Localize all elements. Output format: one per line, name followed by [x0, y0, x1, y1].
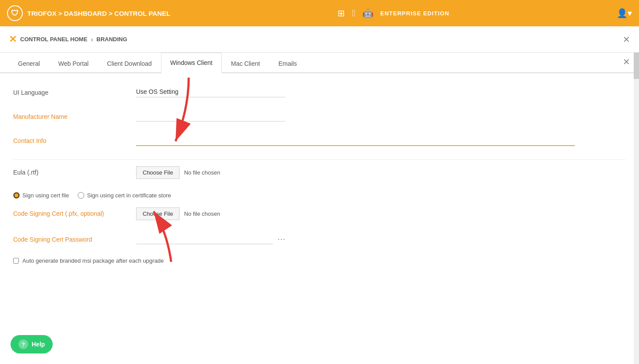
radio-cert-file-text: Sign using cert file [22, 192, 69, 199]
eula-file-row: Choose File No file chosen [136, 166, 285, 179]
eula-no-file-text: No file chosen [184, 169, 220, 176]
help-label: Help [32, 341, 45, 348]
password-row: ⋯ [136, 233, 285, 244]
contact-info-row: Contact Info [13, 135, 626, 146]
ui-language-row: UI Language [13, 86, 626, 97]
radio-cert-file[interactable] [13, 192, 20, 199]
android-icon: 🤖 [363, 8, 373, 18]
settings-icon: ✕ [9, 34, 17, 45]
code-signing-control: Choose File No file chosen [136, 207, 285, 220]
help-button[interactable]: ? Help [11, 335, 53, 353]
eula-choose-file-button[interactable]: Choose File [136, 166, 179, 179]
header-breadcrumb: TRIOFOX > DASHBOARD > CONTROL PANEL [27, 10, 170, 17]
edition-label: ENTERPRISE EDITION [381, 10, 449, 17]
tab-web-portal[interactable]: Web Portal [49, 54, 98, 73]
breadcrumb-separator: › [91, 36, 93, 43]
triofox-logo: 🛡 [7, 5, 23, 21]
radio-cert-store[interactable] [78, 192, 84, 199]
main-content: General Web Portal Client Download Windo… [0, 53, 639, 364]
tab-mac-client[interactable]: Mac Client [222, 54, 269, 73]
auto-generate-label: Auto generate branded msi package after … [22, 257, 164, 264]
contact-info-label: Contact Info [13, 135, 127, 144]
manufacturer-name-row: Manufacturer Name [13, 111, 626, 121]
windows-icon: ⊞ [337, 8, 345, 18]
code-signing-password-row: Code Signing Cert Password ⋯ [13, 233, 626, 244]
separator-1 [13, 159, 626, 160]
radio-cert-store-text: Sign using cert in certificate store [87, 192, 171, 199]
tab-emails[interactable]: Emails [269, 54, 306, 73]
scroll-indicator [634, 53, 639, 364]
code-signing-password-input[interactable] [136, 233, 273, 244]
tab-general[interactable]: General [9, 54, 49, 73]
scroll-thumb[interactable] [634, 53, 639, 79]
breadcrumb-current[interactable]: BRANDING [97, 36, 127, 43]
header-center: ⊞  🤖 ENTERPRISE EDITION [337, 8, 449, 18]
code-signing-choose-file-button[interactable]: Choose File [136, 207, 179, 220]
ui-language-label: UI Language [13, 86, 127, 96]
user-menu[interactable]: 👤▾ [617, 8, 632, 18]
manufacturer-name-control [136, 111, 285, 121]
radio-cert-file-label[interactable]: Sign using cert file [13, 192, 69, 199]
code-signing-password-control: ⋯ [136, 233, 285, 244]
auto-generate-checkbox[interactable] [13, 258, 19, 264]
manufacturer-name-input[interactable] [136, 111, 285, 121]
tab-windows-client[interactable]: Windows Client [161, 53, 222, 73]
manufacturer-name-label: Manufacturer Name [13, 111, 127, 120]
breadcrumb-home[interactable]: CONTROL PANEL HOME [20, 36, 87, 43]
eula-row: Eula (.rtf) Choose File No file chosen [13, 166, 626, 179]
tab-client-download[interactable]: Client Download [98, 54, 161, 73]
code-signing-no-file-text: No file chosen [184, 211, 220, 217]
help-icon: ? [18, 339, 28, 349]
header: 🛡 TRIOFOX > DASHBOARD > CONTROL PANEL ⊞ … [0, 0, 639, 26]
content-area: UI Language Manufacturer Name Contact In… [0, 73, 639, 358]
radio-cert-store-label[interactable]: Sign using cert in certificate store [78, 192, 171, 199]
tabs-container: General Web Portal Client Download Windo… [0, 53, 639, 73]
code-signing-password-label: Code Signing Cert Password [13, 233, 127, 243]
eula-label: Eula (.rtf) [13, 166, 127, 176]
tabs-close-button[interactable]: ✕ [623, 56, 630, 67]
ui-language-control [136, 86, 285, 97]
cert-radio-group: Sign using cert file Sign using cert in … [13, 192, 626, 199]
header-left: 🛡 TRIOFOX > DASHBOARD > CONTROL PANEL [7, 5, 170, 21]
code-signing-row: Code Signing Cert (.pfx, optional) Choos… [13, 207, 626, 220]
contact-info-input[interactable] [136, 135, 575, 146]
auto-generate-row: Auto generate branded msi package after … [13, 257, 626, 264]
code-signing-file-row: Choose File No file chosen [136, 207, 285, 220]
code-signing-label: Code Signing Cert (.pfx, optional) [13, 207, 127, 217]
eula-control: Choose File No file chosen [136, 166, 285, 179]
apple-icon:  [352, 8, 355, 18]
breadcrumb-close-button[interactable]: ✕ [623, 34, 630, 45]
password-show-icon[interactable]: ⋯ [277, 234, 285, 244]
breadcrumb-bar: ✕ CONTROL PANEL HOME › BRANDING ✕ [0, 26, 639, 53]
ui-language-input[interactable] [136, 86, 285, 97]
breadcrumb: ✕ CONTROL PANEL HOME › BRANDING [9, 34, 127, 45]
contact-info-control [136, 135, 626, 146]
